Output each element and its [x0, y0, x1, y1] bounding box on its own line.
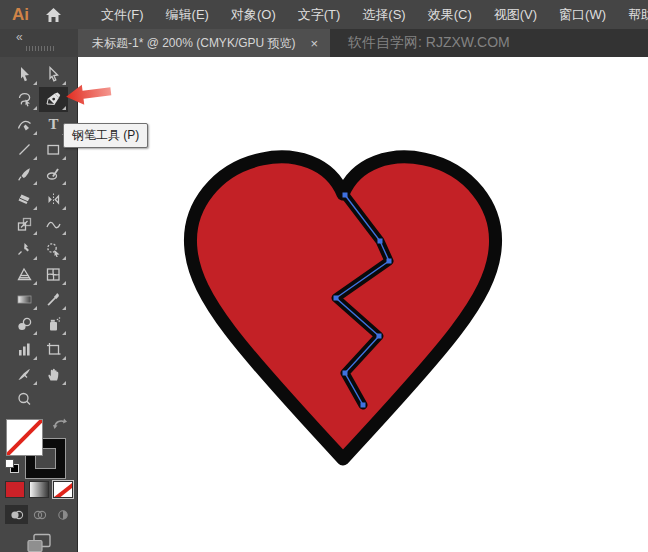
menu-item[interactable]: 对象(O) [220, 6, 287, 24]
slice-tool[interactable] [10, 362, 39, 387]
toolbar-panel-header: « [0, 29, 78, 57]
eraser-tool[interactable] [10, 187, 39, 212]
collapse-panel-icon[interactable]: « [16, 30, 22, 44]
none-button[interactable] [53, 481, 73, 498]
tab-close-icon[interactable]: × [306, 36, 322, 51]
app-logo-icon[interactable]: Ai [0, 5, 39, 25]
curvature-tool[interactable] [10, 112, 39, 137]
reflect-tool[interactable] [39, 187, 68, 212]
home-icon[interactable] [39, 7, 74, 23]
menu-item[interactable]: 编辑(E) [155, 6, 220, 24]
menu-bar: Ai 文件(F)编辑(E)对象(O)文字(T)选择(S)效果(C)视图(V)窗口… [0, 0, 648, 29]
color-button[interactable] [5, 481, 25, 498]
anchor-point [361, 403, 366, 408]
menu-item[interactable]: 选择(S) [351, 6, 416, 24]
menu-item[interactable]: 文字(T) [287, 6, 352, 24]
document-tab-title: 未标题-1* @ 200% (CMYK/GPU 预览) [92, 35, 306, 52]
column-graph-tool[interactable] [10, 337, 39, 362]
broken-heart-artwork[interactable] [178, 150, 508, 472]
color-mode-buttons [5, 481, 73, 498]
fill-stroke-controls [0, 415, 78, 552]
document-tab[interactable]: 未标题-1* @ 200% (CMYK/GPU 预览) × [78, 29, 330, 57]
default-fill-stroke-icon[interactable] [5, 459, 19, 473]
menu-item[interactable]: 窗口(W) [548, 6, 617, 24]
scale-tool[interactable] [10, 212, 39, 237]
change-screen-mode-button[interactable] [26, 533, 52, 552]
blend-tool[interactable] [10, 312, 39, 337]
illustrator-window: Ai 文件(F)编辑(E)对象(O)文字(T)选择(S)效果(C)视图(V)窗口… [0, 0, 648, 552]
red-pointer-arrow [64, 80, 114, 112]
shaper-tool[interactable] [39, 162, 68, 187]
menu-item[interactable]: 视图(V) [483, 6, 548, 24]
anchor-point [334, 296, 339, 301]
artboard-tool[interactable] [39, 337, 68, 362]
line-segment-tool[interactable] [10, 137, 39, 162]
swap-fill-stroke-icon[interactable] [52, 417, 68, 436]
gradient-button[interactable] [29, 481, 49, 498]
menu-item[interactable]: 帮助(H) [617, 6, 648, 24]
gradient-tool[interactable] [10, 287, 39, 312]
selection-tool[interactable] [10, 62, 39, 87]
anchor-point [387, 259, 392, 264]
watermark-text: 软件自学网: RJZXW.COM [330, 29, 510, 57]
menu-list: 文件(F)编辑(E)对象(O)文字(T)选择(S)效果(C)视图(V)窗口(W)… [90, 6, 648, 24]
anchor-point [343, 193, 348, 198]
shape-builder-tool[interactable] [39, 237, 68, 262]
hand-tool[interactable] [39, 362, 68, 387]
tool-tooltip: 钢笔工具 (P) [63, 123, 148, 148]
artboard-canvas[interactable] [78, 57, 648, 552]
anchor-point [377, 334, 382, 339]
eyedropper-tool[interactable] [39, 287, 68, 312]
lasso-tool[interactable] [10, 87, 39, 112]
puppet-warp-tool[interactable] [10, 237, 39, 262]
mesh-tool[interactable] [39, 262, 68, 287]
draw-inside-button[interactable] [51, 505, 74, 524]
menu-item[interactable]: 文件(F) [90, 6, 155, 24]
draw-behind-button[interactable] [28, 505, 51, 524]
perspective-grid-tool[interactable] [10, 262, 39, 287]
document-tab-bar: « 未标题-1* @ 200% (CMYK/GPU 预览) × 软件自学网: R… [0, 29, 648, 57]
zoom-tool[interactable] [10, 387, 39, 412]
menu-item[interactable]: 效果(C) [417, 6, 483, 24]
anchor-point [378, 239, 383, 244]
drawing-mode-buttons [5, 505, 74, 524]
anchor-point [343, 371, 348, 376]
fill-swatch-none[interactable] [6, 419, 43, 456]
tool-spacer [39, 387, 68, 412]
symbol-sprayer-tool[interactable] [39, 312, 68, 337]
width-tool[interactable] [39, 212, 68, 237]
panel-drag-handle[interactable] [26, 46, 54, 51]
paintbrush-tool[interactable] [10, 162, 39, 187]
draw-normal-button[interactable] [5, 505, 28, 524]
